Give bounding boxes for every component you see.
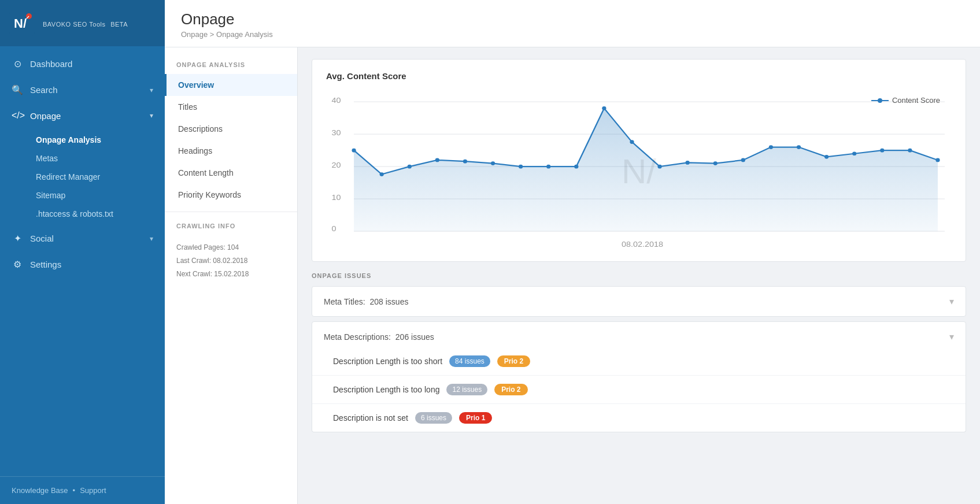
next-crawl: Next Crawl: 15.02.2018 [176, 268, 286, 281]
sidebar-item-sitemap[interactable]: Sitemap [30, 186, 165, 205]
svg-point-20 [491, 161, 495, 165]
sidebar-nav: ⊙ Dashboard 🔍 Search ▾ </> Onpage ▾ Onpa… [0, 46, 165, 476]
sidebar-item-search[interactable]: 🔍 Search ▾ [0, 77, 165, 103]
onpage-submenu: Onpage Analysis Metas Redirect Manager S… [0, 128, 165, 225]
chart-legend: Content Score [871, 96, 940, 105]
svg-text:20: 20 [332, 161, 341, 169]
sidebar-item-dashboard[interactable]: ⊙ Dashboard [0, 51, 165, 77]
last-crawl: Last Crawl: 08.02.2018 [176, 254, 286, 268]
panel-nav-content-length[interactable]: Content Length [165, 162, 297, 184]
chevron-down-icon-3: ▾ [150, 235, 153, 243]
crawling-info-title: CRAWLING INFO [165, 218, 297, 235]
crawled-pages: Crawled Pages: 104 [176, 241, 286, 254]
breadcrumb: Onpage > Onpage Analysis [181, 30, 964, 39]
svg-point-25 [630, 140, 634, 144]
panel-nav-descriptions[interactable]: Descriptions [165, 118, 297, 140]
chart-container: Content Score N/ 40 30 20 10 0 [326, 90, 952, 252]
chart-watermark: N/ [622, 151, 656, 191]
search-icon: 🔍 [12, 84, 23, 95]
meta-titles-label: Meta Titles: 208 issues [324, 297, 408, 306]
svg-point-28 [713, 161, 718, 165]
chevron-down-icon-issues: ▾ [949, 331, 954, 342]
onpage-icon: </> [12, 110, 23, 121]
svg-point-33 [852, 151, 856, 155]
svg-point-26 [657, 165, 661, 169]
panel-nav-titles[interactable]: Titles [165, 96, 297, 118]
sidebar-item-social[interactable]: ✦ Social ▾ [0, 225, 165, 251]
svg-text:0: 0 [332, 224, 336, 233]
svg-text:Date: Date [634, 250, 652, 252]
sidebar-item-settings[interactable]: ⚙ Settings [0, 251, 165, 277]
sidebar-item-metas[interactable]: Metas [30, 149, 165, 168]
meta-titles-row[interactable]: Meta Titles: 208 issues ▾ [312, 286, 966, 317]
meta-descriptions-label: Meta Descriptions: 206 issues [324, 332, 434, 342]
meta-descriptions-sub-issues: Description Length is too short 84 issue… [312, 347, 966, 432]
social-icon: ✦ [12, 233, 23, 244]
chevron-down-icon: ▾ [150, 86, 153, 94]
panel-nav-overview[interactable]: Overview [165, 74, 297, 96]
svg-point-32 [824, 155, 829, 159]
chevron-down-icon-2: ▾ [150, 112, 153, 120]
svg-point-21 [519, 165, 523, 169]
sub-issue-label-2: Description Length is too long [333, 385, 439, 394]
svg-point-35 [908, 149, 912, 153]
sidebar-item-redirect-manager[interactable]: Redirect Manager [30, 168, 165, 186]
svg-text:10: 10 [332, 193, 341, 202]
sidebar-item-htaccess[interactable]: .htaccess & robots.txt [30, 205, 165, 223]
sub-issue-row-2: Description Length is too long 12 issues… [312, 376, 966, 404]
page-title: Onpage [181, 10, 964, 28]
sub-issue-label-1: Description Length is too short [333, 357, 442, 366]
knowledge-base-link[interactable]: Knowledge Base [12, 486, 68, 495]
svg-point-15 [352, 149, 356, 153]
main-header: Onpage Onpage > Onpage Analysis [165, 0, 980, 47]
app-logo: N/ [9, 10, 35, 36]
sidebar-item-onpage-analysis[interactable]: Onpage Analysis [30, 131, 165, 149]
sub-issue-label-3: Description is not set [333, 413, 408, 423]
svg-text:40: 40 [332, 96, 341, 105]
prio-badge-2: Prio 2 [494, 384, 527, 395]
content-area: ONPAGE ANALYSIS Overview Titles Descript… [165, 47, 980, 504]
support-link[interactable]: Support [80, 486, 106, 495]
prio-badge-3: Prio 1 [459, 412, 492, 424]
svg-point-18 [435, 158, 439, 162]
sub-issue-row-1: Description Length is too short 84 issue… [312, 347, 966, 376]
crawling-info: Crawled Pages: 104 Last Crawl: 08.02.201… [165, 235, 297, 284]
app-name: BAVOKO SEO Tools BETA [40, 18, 128, 28]
svg-point-17 [408, 165, 412, 169]
sidebar-footer: Knowledge Base • Support [0, 476, 165, 504]
svg-text:08.02.2018: 08.02.2018 [622, 240, 663, 249]
gear-icon: ⚙ [12, 259, 23, 270]
svg-text:30: 30 [332, 128, 341, 137]
svg-point-27 [686, 161, 690, 165]
left-panel: ONPAGE ANALYSIS Overview Titles Descript… [165, 47, 298, 504]
chart-card: Avg. Content Score Content Score N/ 40 3… [312, 59, 966, 262]
dashboard-icon: ⊙ [12, 58, 23, 69]
svg-point-36 [935, 158, 940, 162]
legend-label: Content Score [892, 96, 940, 105]
prio-badge-1: Prio 2 [497, 355, 530, 367]
svg-point-23 [574, 165, 578, 169]
svg-point-29 [741, 158, 745, 162]
sidebar-item-onpage[interactable]: </> Onpage ▾ [0, 103, 165, 128]
sidebar: N/ BAVOKO SEO Tools BETA ⊙ Dashboard 🔍 S… [0, 0, 165, 504]
chevron-right-icon: ▾ [949, 296, 954, 307]
issues-badge-3: 6 issues [415, 412, 452, 424]
svg-point-30 [769, 145, 773, 149]
svg-point-34 [880, 149, 884, 153]
legend-line-icon [871, 100, 889, 101]
svg-point-24 [602, 106, 606, 110]
svg-point-22 [546, 165, 550, 169]
chart-title: Avg. Content Score [326, 71, 952, 81]
svg-point-31 [797, 145, 801, 149]
issues-badge-1: 84 issues [449, 355, 490, 367]
svg-point-19 [463, 160, 467, 164]
onpage-analysis-section-title: ONPAGE ANALYSIS [165, 57, 297, 74]
panel-nav-priority-keywords[interactable]: Priority Keywords [165, 184, 297, 206]
sidebar-header: N/ BAVOKO SEO Tools BETA [0, 0, 165, 46]
svg-text:N/: N/ [14, 16, 27, 31]
right-panel: Avg. Content Score Content Score N/ 40 3… [298, 47, 980, 504]
issues-section-title: ONPAGE ISSUES [312, 272, 966, 286]
panel-nav-headings[interactable]: Headings [165, 140, 297, 162]
main-content: Onpage Onpage > Onpage Analysis ONPAGE A… [165, 0, 980, 504]
svg-point-16 [380, 172, 384, 176]
